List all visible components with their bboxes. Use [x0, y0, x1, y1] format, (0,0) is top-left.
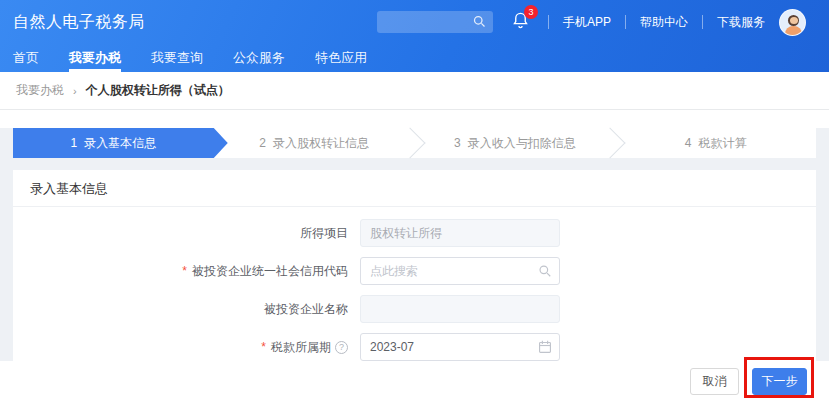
app-title: 自然人电子税务局	[13, 12, 145, 33]
step-4-tax-calculation: 4 税款计算	[615, 128, 816, 158]
field-label: 所得项目	[13, 225, 360, 242]
step-wizard: 1 录入基本信息 2 录入股权转让信息 3 录入收入与扣除信息 4 税款计算	[13, 128, 816, 158]
field-label: 被投资企业名称	[13, 301, 360, 318]
search-icon[interactable]	[538, 264, 552, 278]
breadcrumb-current: 个人股权转让所得（试点）	[86, 82, 230, 99]
step-3-income-deduction-info: 3 录入收入与扣除信息	[415, 128, 616, 158]
nav-item-home[interactable]: 首页	[13, 44, 39, 72]
avatar-face	[790, 17, 798, 24]
search-icon[interactable]	[472, 14, 487, 33]
nav-item-public-service[interactable]: 公众服务	[233, 44, 285, 72]
notification-bell[interactable]: 3	[511, 11, 530, 34]
cancel-button[interactable]: 取消	[690, 368, 739, 395]
step-2-equity-transfer-info: 2 录入股权转让信息	[214, 128, 415, 158]
header: 自然人电子税务局 3 手机APP	[0, 0, 829, 72]
nav-item-tax-handling[interactable]: 我要办税	[69, 44, 121, 72]
field-row-enterprise-name: 被投资企业名称	[13, 295, 816, 323]
field-row-income-item: 所得项目	[13, 219, 816, 247]
nav-item-featured-apps[interactable]: 特色应用	[315, 44, 367, 72]
breadcrumb: 我要办税 › 个人股权转让所得（试点）	[0, 72, 829, 110]
breadcrumb-separator-icon: ›	[73, 85, 77, 97]
help-icon[interactable]: ?	[335, 341, 348, 354]
field-label: * 被投资企业统一社会信用代码	[13, 263, 360, 280]
enterprise-name-input	[360, 295, 560, 323]
page: 自然人电子税务局 3 手机APP	[0, 0, 829, 402]
link-download-service[interactable]: 下载服务	[702, 15, 765, 29]
step-1-basic-info: 1 录入基本信息	[13, 128, 214, 158]
avatar-body	[785, 26, 802, 36]
nav-item-query[interactable]: 我要查询	[151, 44, 203, 72]
form-card: 录入基本信息 所得项目 * 被投资企业统一社会信用代码	[13, 170, 816, 361]
notification-badge: 3	[524, 5, 538, 19]
header-search[interactable]	[377, 11, 493, 33]
field-row-tax-period: * 税款所属期 ?	[13, 333, 816, 361]
section-title: 录入基本信息	[13, 170, 816, 207]
link-help-center[interactable]: 帮助中心	[625, 15, 688, 29]
breadcrumb-parent[interactable]: 我要办税	[16, 82, 64, 99]
calendar-icon[interactable]	[538, 340, 552, 354]
field-row-credit-code: * 被投资企业统一社会信用代码	[13, 257, 816, 285]
credit-code-input[interactable]	[360, 257, 560, 285]
required-marker: *	[182, 264, 187, 278]
main-nav: 首页 我要办税 我要查询 公众服务 特色应用	[0, 44, 829, 72]
tax-period-input[interactable]	[360, 333, 560, 361]
income-item-input	[360, 219, 560, 247]
user-avatar[interactable]	[779, 9, 806, 36]
action-bar: 取消 下一步	[0, 361, 829, 402]
main-content: 1 录入基本信息 2 录入股权转让信息 3 录入收入与扣除信息 4 税款计算 录…	[0, 128, 829, 379]
link-mobile-app[interactable]: 手机APP	[548, 15, 611, 29]
field-label: * 税款所属期 ?	[13, 339, 360, 356]
next-step-button[interactable]: 下一步	[752, 368, 807, 395]
required-marker: *	[261, 340, 266, 354]
